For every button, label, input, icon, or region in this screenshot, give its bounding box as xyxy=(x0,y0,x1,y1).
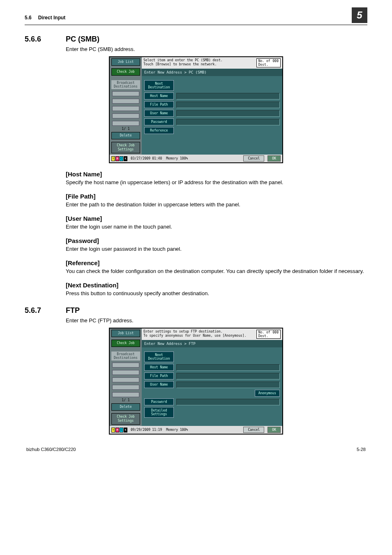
dest-count-label: No. of Dest. xyxy=(258,331,270,338)
user-name-button[interactable]: User Name xyxy=(144,110,174,117)
broadcast-label: Broadcast Destinations xyxy=(111,352,140,361)
ok-button[interactable]: OK xyxy=(267,427,281,433)
list-slot xyxy=(112,385,139,390)
user-name-value xyxy=(176,382,280,388)
status-time: 01:40 xyxy=(152,157,162,160)
list-slot xyxy=(112,99,139,104)
anonymous-button[interactable]: Anonymous xyxy=(255,390,280,397)
password-value xyxy=(176,119,280,125)
section-5-6-7: 5.6.7 FTP xyxy=(25,306,367,315)
next-destination-button[interactable]: Next Destination xyxy=(144,80,174,91)
host-name-value xyxy=(176,93,280,99)
page-footer: bizhub C360/C280/C220 5-28 xyxy=(25,447,367,452)
page-header: 5.6 Direct Input 5 xyxy=(25,12,367,25)
cancel-button[interactable]: Cancel xyxy=(243,155,264,162)
section-title: PC (SMB) xyxy=(66,35,99,44)
password-button[interactable]: Password xyxy=(144,118,174,125)
reference-button[interactable]: Reference xyxy=(144,127,174,134)
detailed-settings-button[interactable]: Detailed Settings xyxy=(144,407,174,418)
footer-page: 5-28 xyxy=(357,447,366,452)
user-name-value xyxy=(176,110,280,117)
password-button[interactable]: Password xyxy=(144,398,174,405)
status-date: 03/27/2009 xyxy=(131,157,150,160)
dest-count-label: No. of Dest. xyxy=(258,59,270,67)
sub-next-text: Press this button to continuously specif… xyxy=(66,290,367,296)
memory-value: 100% xyxy=(180,157,188,160)
sub-file-text: Enter the path to the destination folder… xyxy=(66,201,367,208)
sub-ref-text: You can check the folder configuration o… xyxy=(66,268,367,274)
next-destination-button[interactable]: Next Destination xyxy=(144,352,174,362)
header-section-num: 5.6 xyxy=(25,15,32,21)
check-job-button[interactable]: Check Job xyxy=(111,68,140,76)
delete-button[interactable]: Delete xyxy=(111,132,140,139)
sub-host-text: Specify the host name (in uppercase lett… xyxy=(66,179,367,185)
instruction-text: Select item and enter the PC (SMB) dest.… xyxy=(143,58,254,67)
host-name-button[interactable]: Host Name xyxy=(144,92,174,99)
check-settings-button[interactable]: Check Job Settings xyxy=(111,142,140,153)
dest-count: 000 xyxy=(273,59,279,67)
sub-user-name: [User Name] xyxy=(66,215,367,222)
file-path-button[interactable]: File Path xyxy=(144,101,174,108)
memory-value: 100% xyxy=(180,428,188,432)
sub-file-path: [File Path] xyxy=(66,193,367,200)
file-path-value xyxy=(176,102,280,108)
check-settings-button[interactable]: Check Job Settings xyxy=(111,413,140,425)
check-job-button[interactable]: Check Job xyxy=(111,340,140,347)
toner-indicator: YMCK xyxy=(111,156,127,161)
ok-button[interactable]: OK xyxy=(267,155,281,162)
sub-next-destination: [Next Destination] xyxy=(66,282,367,289)
section-intro: Enter the PC (FTP) address. xyxy=(66,317,367,324)
section-intro: Enter the PC (SMB) address. xyxy=(66,46,367,52)
ftp-screenshot: Job List Check Job Broadcast Destination… xyxy=(25,328,367,435)
pager: 1/ 1 xyxy=(110,127,142,131)
sub-pass-text: Enter the login user password in the tou… xyxy=(66,246,367,252)
section-number: 5.6.7 xyxy=(25,306,66,315)
memory-label: Memory xyxy=(166,157,178,160)
job-list-button[interactable]: Job List xyxy=(111,58,140,66)
list-slot xyxy=(112,370,139,375)
header-section-title: Direct Input xyxy=(38,15,352,21)
list-slot xyxy=(112,91,139,96)
broadcast-label: Broadcast Destinations xyxy=(111,80,140,89)
sub-host-name: [Host Name] xyxy=(66,171,367,178)
toner-indicator: YMCK xyxy=(111,428,127,432)
footer-model: bizhub C360/C280/C220 xyxy=(26,447,76,452)
job-list-button[interactable]: Job List xyxy=(111,330,140,337)
status-date: 09/29/2009 xyxy=(131,428,150,432)
host-name-value xyxy=(176,364,280,371)
file-path-value xyxy=(176,373,280,379)
section-5-6-6: 5.6.6 PC (SMB) xyxy=(25,35,367,44)
sub-password: [Password] xyxy=(66,237,367,244)
memory-label: Memory xyxy=(166,428,178,432)
sub-reference: [Reference] xyxy=(66,259,367,266)
list-slot xyxy=(112,377,139,382)
password-value xyxy=(176,399,280,405)
sub-user-text: Enter the login user name in the touch p… xyxy=(66,224,367,230)
list-slot xyxy=(112,121,139,126)
breadcrumb: Enter New Address > PC (SMB) xyxy=(142,69,282,76)
delete-button[interactable]: Delete xyxy=(111,403,140,411)
instruction-text: Enter settings to setup FTP destination.… xyxy=(143,330,254,339)
file-path-button[interactable]: File Path xyxy=(144,372,174,379)
breadcrumb: Enter New Address > FTP xyxy=(142,340,282,347)
section-title: FTP xyxy=(66,306,80,315)
status-time: 11:19 xyxy=(152,428,162,432)
list-slot xyxy=(112,106,139,111)
list-slot xyxy=(112,113,139,118)
pager: 1/ 1 xyxy=(110,398,142,402)
host-name-button[interactable]: Host Name xyxy=(144,364,174,371)
section-number: 5.6.6 xyxy=(25,35,66,44)
user-name-button[interactable]: User Name xyxy=(144,381,174,388)
smb-screenshot: Job List Check Job Broadcast Destination… xyxy=(25,56,367,163)
cancel-button[interactable]: Cancel xyxy=(243,427,264,433)
chapter-number: 5 xyxy=(352,7,367,23)
dest-count: 000 xyxy=(273,331,279,338)
list-slot xyxy=(112,392,139,397)
list-slot xyxy=(112,363,139,368)
